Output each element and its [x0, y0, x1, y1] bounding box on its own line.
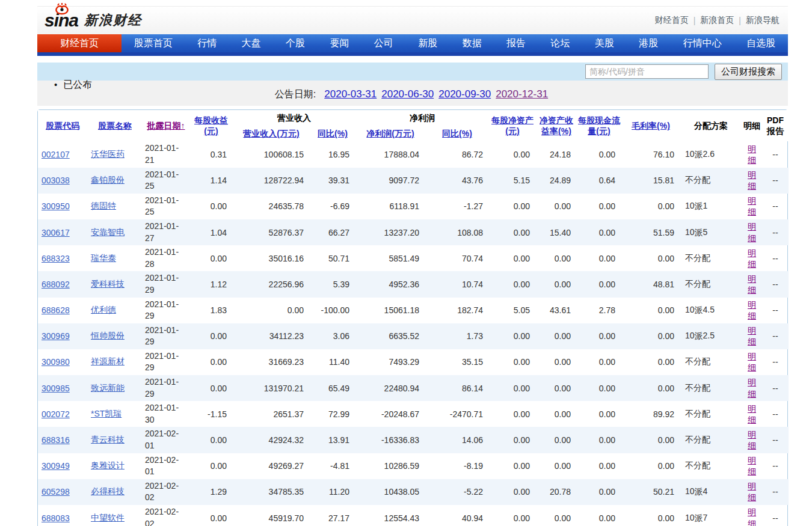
- detail-link[interactable]: 明细: [748, 248, 756, 269]
- detail-link[interactable]: 明细: [748, 326, 756, 346]
- cell-code: 300949: [38, 453, 87, 479]
- name-link[interactable]: 祥源新材: [91, 356, 125, 366]
- detail-link[interactable]: 明细: [748, 430, 756, 450]
- top-link[interactable]: 新浪导航: [746, 15, 780, 26]
- sort-profit-yoy-link[interactable]: 同比(%): [442, 129, 472, 138]
- nav-item[interactable]: 美股: [584, 34, 625, 52]
- announce-date-link[interactable]: 2020-03-31: [324, 88, 377, 100]
- nav-item[interactable]: 新股: [407, 34, 448, 52]
- cell-bvps: 0.00: [489, 427, 536, 453]
- nav-item[interactable]: 自选股: [736, 34, 786, 52]
- name-link[interactable]: 沃华医药: [91, 149, 125, 159]
- sort-profit-link[interactable]: 净利润(万元): [366, 129, 414, 138]
- cell-profit-yoy: 14.06: [425, 427, 489, 453]
- detail-link[interactable]: 明细: [748, 352, 756, 372]
- top-link[interactable]: 财经首页: [655, 15, 689, 26]
- code-link[interactable]: 300949: [42, 461, 70, 471]
- name-link[interactable]: 奥雅设计: [91, 460, 125, 470]
- code-link[interactable]: 300969: [42, 331, 70, 341]
- cell-bvps: 0.00: [489, 141, 536, 167]
- nav-item[interactable]: 行情: [186, 34, 227, 52]
- cell-gross: 0.00: [621, 298, 680, 323]
- sort-name-link[interactable]: 股票名称: [98, 121, 132, 130]
- code-link[interactable]: 300980: [42, 357, 70, 367]
- header-revenue-group: 营业收入: [233, 110, 355, 126]
- header-roe: 净资产收益率(%): [536, 110, 577, 141]
- cell-profit-yoy: 86.14: [425, 375, 489, 401]
- announce-date-link[interactable]: 2020-06-30: [381, 88, 434, 100]
- name-link[interactable]: *ST凯瑞: [91, 409, 121, 418]
- name-link[interactable]: 优利德: [91, 305, 116, 314]
- detail-link[interactable]: 明细: [748, 170, 756, 191]
- nav-item[interactable]: 港股: [628, 34, 669, 52]
- announce-date-links: 2020-03-312020-06-302020-09-302020-12-31: [322, 89, 550, 99]
- nav-item[interactable]: 公司: [363, 34, 404, 52]
- detail-link[interactable]: 明细: [748, 507, 756, 526]
- code-link[interactable]: 688316: [42, 435, 70, 445]
- name-link[interactable]: 瑞华泰: [91, 253, 116, 263]
- name-link[interactable]: 鑫铂股份: [91, 175, 125, 185]
- nav-item[interactable]: 要闻: [319, 34, 360, 52]
- name-link[interactable]: 必得科技: [91, 486, 125, 496]
- code-link[interactable]: 002107: [42, 150, 70, 159]
- detail-link[interactable]: 明细: [748, 300, 756, 320]
- name-link[interactable]: 德固特: [91, 201, 116, 210]
- sina-finance-logo[interactable]: sina 新浪财经: [45, 10, 142, 31]
- detail-link[interactable]: 明细: [748, 404, 756, 424]
- header-pdf: PDF报告: [762, 110, 789, 141]
- sort-revenue-link[interactable]: 营业收入(万元): [243, 129, 299, 138]
- cell-bvps: 0.00: [489, 505, 536, 526]
- nav-item[interactable]: 报告: [496, 34, 537, 52]
- code-link[interactable]: 688083: [42, 513, 70, 523]
- cell-name: 祥源新材: [87, 349, 143, 375]
- sort-bvps-link[interactable]: 每股净资产(元): [491, 115, 534, 136]
- table-row: 003038鑫铂股份2021-01-251.14128722.9439.3190…: [38, 168, 789, 194]
- sort-eps-link[interactable]: 每股收益(元): [194, 115, 228, 136]
- name-link[interactable]: 青云科技: [91, 435, 125, 444]
- nav-item[interactable]: 行情中心: [672, 34, 733, 52]
- code-link[interactable]: 605298: [42, 487, 70, 497]
- sort-date-link[interactable]: 批露日期↑: [147, 121, 185, 130]
- cell-roe: 0.00: [536, 245, 577, 271]
- cell-profit: 10286.59: [355, 453, 425, 479]
- name-link[interactable]: 爱科科技: [91, 279, 125, 289]
- report-search-button[interactable]: 公司财报搜索: [715, 64, 782, 80]
- nav-item[interactable]: 数据: [452, 34, 493, 52]
- code-link[interactable]: 300950: [42, 201, 70, 211]
- sort-revenue-yoy-link[interactable]: 同比(%): [318, 129, 348, 138]
- table-row: 605298必得科技2021-02-021.2934785.3511.20104…: [38, 479, 789, 505]
- code-link[interactable]: 688628: [42, 305, 70, 315]
- detail-link[interactable]: 明细: [748, 456, 756, 476]
- nav-item[interactable]: 大盘: [231, 34, 272, 52]
- nav-item[interactable]: 股票首页: [123, 34, 183, 52]
- code-link[interactable]: 002072: [42, 409, 70, 419]
- sort-cps-link[interactable]: 每股现金流量(元): [578, 115, 620, 136]
- code-link[interactable]: 003038: [42, 176, 70, 185]
- nav-item[interactable]: 论坛: [540, 34, 581, 52]
- cell-date: 2021-01-21: [143, 141, 189, 167]
- cell-revenue: 2651.37: [233, 401, 310, 427]
- announce-date-link[interactable]: 2020-12-31: [496, 88, 548, 100]
- sort-code-link[interactable]: 股票代码: [46, 121, 79, 130]
- detail-link[interactable]: 明细: [748, 482, 756, 502]
- announce-date-link[interactable]: 2020-09-30: [438, 88, 491, 100]
- nav-item[interactable]: 个股: [275, 34, 316, 52]
- detail-link[interactable]: 明细: [748, 144, 756, 165]
- detail-link[interactable]: 明细: [748, 274, 756, 295]
- detail-link[interactable]: 明细: [748, 378, 756, 398]
- top-link[interactable]: 新浪首页: [700, 15, 734, 26]
- code-link[interactable]: 300985: [42, 384, 70, 393]
- name-link[interactable]: 安靠智电: [91, 227, 125, 237]
- sort-roe-link[interactable]: 净资产收益率(%): [540, 115, 573, 136]
- sort-gross-link[interactable]: 毛利率(%): [632, 121, 670, 130]
- detail-link[interactable]: 明细: [748, 222, 756, 242]
- nav-item[interactable]: 财经首页: [37, 34, 121, 52]
- name-link[interactable]: 中望软件: [91, 513, 125, 522]
- detail-link[interactable]: 明细: [748, 196, 756, 216]
- search-input[interactable]: [585, 64, 709, 79]
- code-link[interactable]: 688092: [42, 280, 70, 289]
- code-link[interactable]: 688323: [42, 254, 70, 263]
- name-link[interactable]: 致远新能: [91, 383, 125, 393]
- name-link[interactable]: 恒帅股份: [91, 331, 125, 340]
- code-link[interactable]: 300617: [42, 228, 70, 237]
